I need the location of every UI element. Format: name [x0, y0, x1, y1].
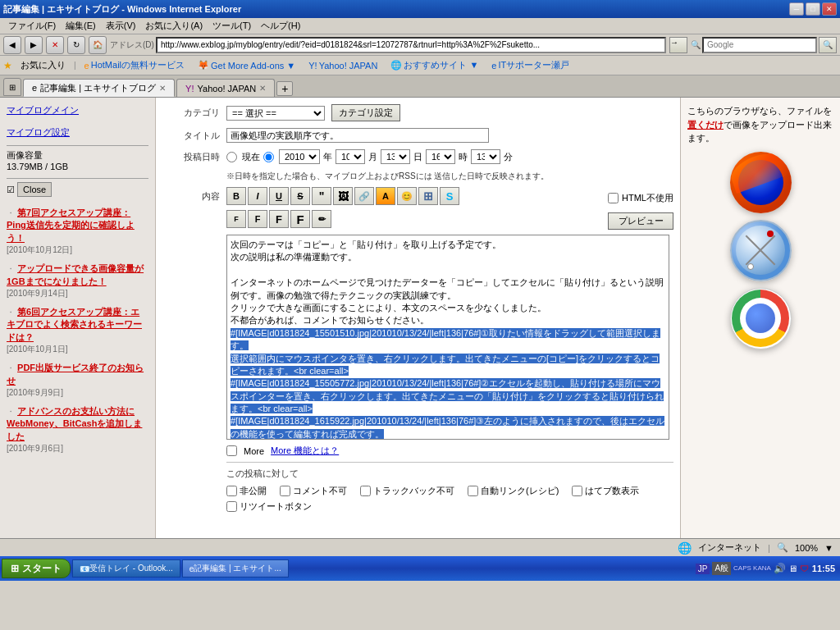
title-text: 記事編集 | エキサイトブログ - Windows Internet Explo… [3, 3, 241, 16]
search-input[interactable] [702, 37, 817, 53]
category-select[interactable]: == 選択 == [226, 106, 325, 121]
close-box[interactable]: Close [17, 182, 52, 197]
status-right: 🌐 インターネット | 🔍 100% ▼ [678, 541, 833, 555]
font-size-1[interactable]: F [226, 210, 246, 228]
more-icon-button[interactable]: ⊞ [418, 187, 438, 205]
category-settings-button[interactable]: カテゴリ設定 [331, 104, 400, 121]
option-no-trackback-label: トラックバック不可 [373, 485, 454, 497]
start-button[interactable]: ⊞ スタート [2, 559, 71, 578]
minute-select[interactable]: 13 [471, 149, 500, 164]
option-auto-link-checkbox[interactable] [468, 486, 478, 496]
globe-icon: 🌐 [678, 541, 692, 555]
option-no-trackback: トラックバック不可 [360, 485, 454, 497]
news-link-3[interactable]: 第6回アクセスアップ講座：エキブロでよく検索されるキーワードは？ [7, 307, 142, 342]
speaker-icon[interactable]: 🔊 [774, 563, 786, 574]
preview-button[interactable]: プレビュー [608, 212, 673, 230]
news-date-4: [2010年9月9日] [7, 387, 148, 399]
editor-toolbar-2: F F F F ✏ [226, 210, 331, 228]
address-input[interactable] [156, 37, 666, 53]
strikethrough-button[interactable]: S [290, 187, 310, 205]
close-button[interactable]: ✕ [822, 2, 837, 16]
image-button[interactable]: 🖼 [333, 187, 353, 205]
title-input[interactable] [226, 128, 489, 143]
zoom-dropdown[interactable]: ▼ [824, 543, 833, 553]
menu-edit[interactable]: 編集(E) [61, 18, 101, 34]
font-size-2[interactable]: F [248, 210, 267, 228]
back-button[interactable]: ◀ [3, 36, 21, 54]
tab-close-blog[interactable]: ✕ [159, 84, 166, 93]
option-private-checkbox[interactable] [226, 486, 237, 496]
menu-tools[interactable]: ツール(T) [208, 18, 256, 34]
content-label: 内容 [162, 190, 220, 203]
content-normal-text: 次回のテーマは「コピー」と「貼り付け」を取り上げる予定です。次の説明は私の準備運… [231, 240, 664, 325]
bookmark-favorites[interactable]: お気に入り [16, 57, 71, 73]
myblog-main-link[interactable]: マイブログメイン [7, 105, 79, 115]
option-retweet-checkbox[interactable] [226, 501, 237, 512]
bookmark-osusume[interactable]: 🌐 おすすめサイト ▼ [386, 57, 483, 73]
bold-button[interactable]: B [226, 187, 246, 205]
option-hatena-checkbox[interactable] [572, 486, 582, 496]
ime-mode[interactable]: A般 [712, 562, 731, 575]
bookmark-itsupport[interactable]: e ITサポーター瀬戸 [486, 57, 574, 73]
language-indicator[interactable]: JP [696, 564, 710, 574]
underline-button[interactable]: U [269, 187, 289, 205]
tab-yahoo[interactable]: Y! Yahoo! JAPAN ✕ [176, 79, 275, 97]
quote-button[interactable]: " [312, 187, 331, 205]
skype-button[interactable]: S [440, 187, 459, 205]
year-unit: 年 [323, 151, 332, 163]
more-features-link[interactable]: More 機能とは？ [271, 445, 339, 457]
maximize-button[interactable]: □ [806, 2, 820, 16]
more-checkbox[interactable] [226, 445, 237, 456]
italic-button[interactable]: I [248, 187, 267, 205]
tab-close-yahoo[interactable]: ✕ [259, 84, 266, 93]
radio-custom[interactable] [263, 152, 274, 162]
month-select[interactable]: 10 [336, 149, 365, 164]
stop-button[interactable]: ✕ [46, 36, 64, 54]
year-select[interactable]: 2010 [279, 149, 320, 164]
hour-select[interactable]: 16 [426, 149, 455, 164]
tab-icon[interactable]: ⊞ [3, 78, 21, 96]
content-editor[interactable]: 次回のテーマは「コピー」と「貼り付け」を取り上げる予定です。次の説明は私の準備運… [226, 235, 669, 440]
new-tab-button[interactable]: + [276, 81, 293, 96]
minimize-button[interactable]: ─ [789, 2, 804, 16]
news-date-5: [2010年9月6日] [7, 443, 148, 454]
myblog-settings-link[interactable]: マイブログ設定 [7, 127, 70, 137]
forward-button[interactable]: ▶ [25, 36, 43, 54]
html-checkbox[interactable] [608, 193, 619, 203]
bookmark-hotmail[interactable]: e HotMailの無料サービス [80, 57, 189, 73]
chrome-icon [730, 288, 792, 349]
day-select[interactable]: 13 [381, 149, 410, 164]
menu-help[interactable]: ヘルプ(H) [256, 18, 305, 34]
antivirus-icon[interactable]: 🛡 [800, 564, 809, 573]
taskbar-blog-edit[interactable]: e 記事編集 | エキサイト... [182, 559, 289, 578]
taskbar-outlook[interactable]: 📧 受信トレイ - Outlook... [72, 559, 180, 578]
hour-unit: 時 [459, 151, 468, 163]
go-button[interactable]: → [669, 37, 687, 53]
color-button[interactable]: A [376, 187, 395, 205]
radio-now[interactable] [226, 152, 237, 162]
option-no-trackback-checkbox[interactable] [360, 486, 371, 496]
news-link-1[interactable]: 第7回アクセスアップ講座：Ping送信先を定期的に確認しよう！ [7, 208, 135, 243]
menu-file[interactable]: ファイル(F) [3, 18, 61, 34]
font-size-4[interactable]: F [290, 210, 310, 228]
tab-blog-edit[interactable]: e 記事編集 | エキサイトブログ ✕ [23, 79, 175, 97]
menu-favorites[interactable]: お気に入り(A) [140, 18, 208, 34]
font-size-3[interactable]: F [269, 210, 289, 228]
link-button[interactable]: 🔗 [354, 187, 374, 205]
emoticon-button[interactable]: 😊 [397, 187, 417, 205]
search-button[interactable]: 🔍 [819, 37, 837, 53]
news-link-2[interactable]: アップロードできる画像容量が1GBまでになりました！ [7, 263, 144, 285]
pen-button[interactable]: ✏ [312, 210, 331, 228]
news-link-4[interactable]: PDF出版サービス終了のお知らせ [7, 363, 144, 385]
sidebar: マイブログメイン マイブログ設定 画像容量 13.79MB / 1GB ☑ Cl… [0, 98, 156, 538]
option-no-comment-checkbox[interactable] [280, 486, 290, 496]
bookmark-yahoo[interactable]: Y! Yahoo! JAPAN [304, 59, 382, 72]
home-button[interactable]: 🏠 [89, 36, 107, 54]
refresh-button[interactable]: ↻ [67, 36, 85, 54]
news-link-5[interactable]: アドバンスのお支払い方法にWebMoney、BitCashを追加しました [7, 406, 142, 441]
bookmark-addons[interactable]: 🦊 Get More Add-ons ▼ [193, 58, 300, 72]
network-icon[interactable]: 🖥 [788, 564, 797, 573]
menu-view[interactable]: 表示(V) [101, 18, 141, 34]
option-no-comment: コメント不可 [280, 485, 347, 497]
content-area: カテゴリ == 選択 == カテゴリ設定 タイトル 投稿日時 現在 2010 年… [156, 98, 680, 538]
